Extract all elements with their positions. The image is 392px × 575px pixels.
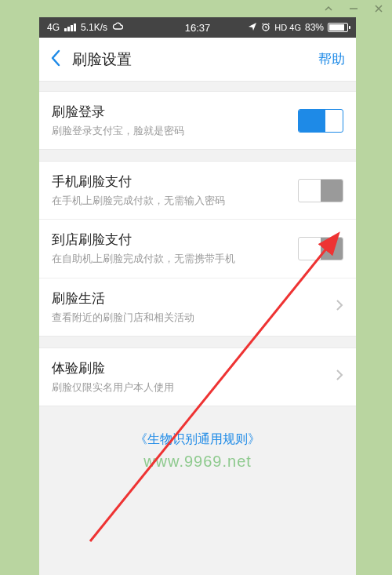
row-face-experience[interactable]: 体验刷脸 刷脸仅限实名用户本人使用: [39, 348, 356, 406]
status-time: 16:37: [185, 22, 211, 34]
hd4g-label: HD 4G: [274, 23, 301, 32]
row-subtitle: 在手机上刷脸完成付款，无需输入密码: [52, 194, 298, 208]
toggle-face-phone-pay[interactable]: [298, 179, 343, 202]
group-login: 刷脸登录 刷脸登录支付宝，脸就是密码: [39, 91, 356, 150]
battery-pct: 83%: [305, 22, 324, 33]
settings-list: 刷脸登录 刷脸登录支付宝，脸就是密码 手机刷脸支付 在手机上刷脸完成付款，无需输…: [39, 91, 356, 471]
row-face-login: 刷脸登录 刷脸登录支付宝，脸就是密码: [39, 92, 356, 149]
group-experience: 体验刷脸 刷脸仅限实名用户本人使用: [39, 348, 356, 406]
window-minimize-icon[interactable]: [348, 3, 359, 14]
back-button[interactable]: [50, 49, 61, 70]
status-bar: 4G 5.1K/s 16:37 HD 4G 83%: [39, 17, 356, 38]
send-icon: [248, 22, 257, 34]
nav-bar: 刷脸设置 帮助: [39, 38, 356, 82]
page-title: 刷脸设置: [72, 49, 318, 70]
network-label: 4G: [47, 22, 60, 33]
row-face-store-pay: 到店刷脸支付 在自助机上刷脸完成付款，无需携带手机: [39, 219, 356, 277]
toggle-face-login[interactable]: [298, 109, 343, 133]
row-title: 体验刷脸: [52, 359, 329, 377]
window-expand-icon[interactable]: [323, 3, 334, 14]
cloud-icon: [112, 22, 123, 34]
row-subtitle: 刷脸登录支付宝，脸就是密码: [52, 124, 298, 138]
row-face-life[interactable]: 刷脸生活 查看附近的刷脸门店和相关活动: [39, 278, 356, 336]
row-subtitle: 在自助机上刷脸完成付款，无需携带手机: [52, 252, 298, 266]
row-title: 刷脸登录: [52, 103, 298, 121]
signal-icon: [64, 24, 76, 31]
alarm-icon: [261, 22, 270, 34]
chevron-right-icon: [336, 299, 343, 315]
window-titlebar: [0, 0, 392, 17]
group-pay: 手机刷脸支付 在手机上刷脸完成付款，无需输入密码 到店刷脸支付 在自助机上刷脸完…: [39, 161, 356, 337]
row-title: 手机刷脸支付: [52, 173, 298, 191]
row-subtitle: 查看附近的刷脸门店和相关活动: [52, 311, 329, 325]
phone-frame: 4G 5.1K/s 16:37 HD 4G 83% 刷脸设置 帮助: [39, 17, 356, 575]
window-close-icon[interactable]: [373, 3, 384, 14]
row-face-phone-pay: 手机刷脸支付 在手机上刷脸完成付款，无需输入密码: [39, 162, 356, 219]
help-button[interactable]: 帮助: [318, 50, 345, 68]
biometric-rules-link[interactable]: 《生物识别通用规则》: [39, 417, 356, 453]
battery-icon: [328, 23, 348, 32]
row-title: 到店刷脸支付: [52, 231, 298, 249]
watermark-text: www.9969.net: [39, 453, 356, 471]
toggle-face-store-pay[interactable]: [298, 237, 343, 260]
row-title: 刷脸生活: [52, 289, 329, 308]
network-speed: 5.1K/s: [81, 22, 107, 33]
chevron-right-icon: [336, 369, 343, 384]
row-subtitle: 刷脸仅限实名用户本人使用: [52, 380, 329, 395]
